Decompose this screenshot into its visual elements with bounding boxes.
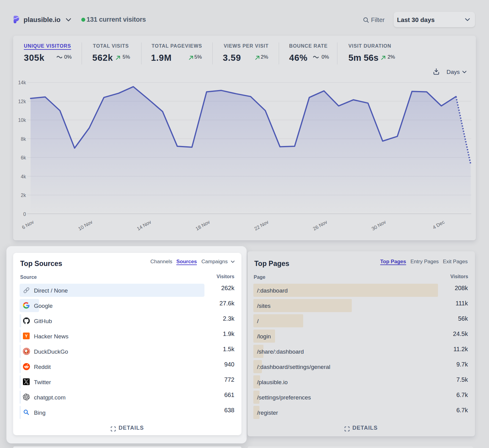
svg-text:10k: 10k (18, 118, 26, 123)
svg-text:0: 0 (23, 212, 26, 217)
svg-text:4k: 4k (21, 174, 26, 179)
svg-text:Y: Y (25, 334, 28, 338)
svg-text:6k: 6k (21, 155, 26, 160)
svg-text:18 Nov: 18 Nov (195, 219, 211, 231)
svg-text:14k: 14k (18, 80, 26, 85)
svg-text:2k: 2k (21, 193, 26, 198)
svg-text:4 Dec: 4 Dec (432, 219, 446, 230)
svg-text:22 Nov: 22 Nov (253, 219, 269, 231)
svg-text:12k: 12k (18, 99, 26, 104)
svg-text:6 Nov: 6 Nov (21, 219, 35, 230)
svg-text:14 Nov: 14 Nov (136, 219, 152, 231)
svg-text:10 Nov: 10 Nov (77, 219, 93, 231)
svg-text:26 Nov: 26 Nov (312, 219, 328, 231)
svg-text:8k: 8k (21, 137, 26, 142)
svg-text:30 Nov: 30 Nov (371, 219, 387, 231)
